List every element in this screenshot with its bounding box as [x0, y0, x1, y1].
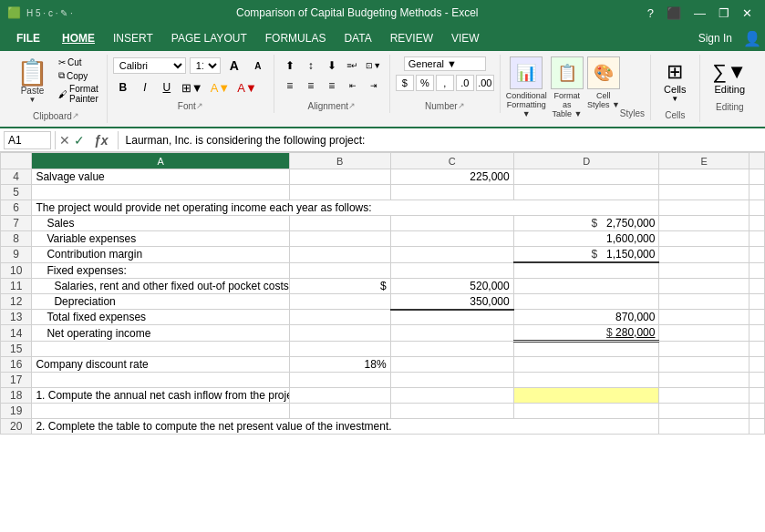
clipboard-expand[interactable]: ↗ [72, 111, 79, 120]
cell-d13[interactable]: 870,000 [513, 310, 659, 325]
menu-data[interactable]: DATA [335, 28, 380, 48]
cell-e11[interactable] [659, 278, 749, 293]
menu-formulas[interactable]: FORMULAS [256, 28, 336, 48]
col-header-b[interactable]: B [290, 153, 391, 169]
number-expand[interactable]: ↗ [458, 101, 465, 110]
cell-d18[interactable] [513, 388, 659, 404]
cell-d8[interactable]: 1,600,000 [513, 231, 659, 247]
cell-c19[interactable] [390, 404, 513, 419]
wrap-text-button[interactable]: ≡↵ [343, 56, 363, 75]
cell-d9[interactable]: $ 1,150,000 [513, 247, 659, 263]
cell-e10[interactable] [659, 262, 749, 278]
cell-b10[interactable] [290, 262, 391, 278]
maximize-icon[interactable]: ❐ [713, 6, 735, 20]
signin[interactable]: Sign In [698, 32, 739, 45]
cell-d17[interactable] [513, 373, 659, 388]
cell-a9[interactable]: Contribution margin [32, 247, 290, 263]
cell-c7[interactable] [390, 216, 513, 231]
cell-a11[interactable]: Salaries, rent and other fixed out-of po… [32, 278, 290, 293]
col-header-a[interactable]: A [32, 153, 290, 169]
number-format-box[interactable]: General ▼ [404, 56, 486, 71]
cell-a13[interactable]: Total fixed expenses [32, 310, 290, 325]
cell-d19[interactable] [513, 404, 659, 419]
decrease-font-button[interactable]: A [248, 56, 268, 75]
cell-b13[interactable] [290, 310, 391, 325]
cell-a7[interactable]: Sales [32, 216, 290, 231]
cell-e12[interactable] [659, 293, 749, 310]
cell-b11[interactable]: $ [290, 278, 391, 293]
menu-page-layout[interactable]: PAGE LAYOUT [162, 28, 256, 48]
cell-a6[interactable]: The project would provide net operating … [32, 200, 659, 216]
cell-d7[interactable]: $ 2,750,000 [513, 216, 659, 231]
cell-d12[interactable] [513, 293, 659, 310]
col-header-e[interactable]: E [659, 153, 749, 169]
cell-a14[interactable]: Net operating income [32, 325, 290, 342]
cell-e19[interactable] [659, 404, 749, 419]
currency-button[interactable]: $ [396, 75, 414, 91]
cell-b8[interactable] [290, 231, 391, 247]
cell-a12[interactable]: Depreciation [32, 293, 290, 310]
align-top-button[interactable]: ⬆ [280, 56, 300, 75]
increase-font-button[interactable]: A [224, 56, 244, 75]
cell-d4[interactable] [513, 169, 659, 185]
cell-b12[interactable] [290, 293, 391, 310]
cell-e9[interactable] [659, 247, 749, 263]
cell-c15[interactable] [390, 342, 513, 357]
format-painter-button[interactable]: 🖌 Format Painter [56, 83, 101, 105]
paste-button[interactable]: 📋 Paste ▼ [11, 56, 54, 107]
cell-b18[interactable] [290, 388, 391, 404]
cell-b19[interactable] [290, 404, 391, 419]
merge-center-button[interactable]: ⊡▼ [364, 56, 384, 75]
cell-e15[interactable] [659, 342, 749, 357]
cell-a8[interactable]: Variable expenses [32, 231, 290, 247]
cell-c10[interactable] [390, 262, 513, 278]
cell-b5[interactable] [290, 185, 391, 200]
cell-b17[interactable] [290, 373, 391, 388]
cell-e4[interactable] [659, 169, 749, 185]
cell-a17[interactable] [32, 373, 290, 388]
question-icon[interactable]: ? [642, 6, 659, 20]
cell-a20[interactable]: 2. Complete the table to compute the net… [32, 419, 659, 435]
cell-c14[interactable] [390, 325, 513, 342]
underline-button[interactable]: U [157, 78, 177, 97]
cell-c11[interactable]: 520,000 [390, 278, 513, 293]
cut-button[interactable]: ✂ Cut [56, 56, 101, 68]
cell-a4[interactable]: Salvage value [32, 169, 290, 185]
cell-b4[interactable] [290, 169, 391, 185]
alignment-expand[interactable]: ↗ [348, 101, 356, 110]
font-size-select[interactable]: 11 [190, 57, 221, 74]
bold-button[interactable]: B [113, 78, 133, 97]
format-table-button[interactable]: 📋 Format asTable ▼ [551, 56, 584, 118]
minimize-icon[interactable]: — [688, 6, 711, 20]
restore-icon[interactable]: ⬛ [661, 6, 687, 20]
cell-e16[interactable] [659, 357, 749, 373]
cell-c17[interactable] [390, 373, 513, 388]
cell-a16[interactable]: Company discount rate [32, 357, 290, 373]
confirm-formula-icon[interactable]: ✓ [74, 133, 85, 148]
menu-home[interactable]: HOME [53, 28, 104, 48]
cell-a19[interactable] [32, 404, 290, 419]
cell-d11[interactable] [513, 278, 659, 293]
cell-c18[interactable] [390, 388, 513, 404]
cell-c12[interactable]: 350,000 [390, 293, 513, 310]
cancel-formula-icon[interactable]: ✕ [59, 133, 70, 148]
percent-button[interactable]: % [416, 75, 434, 91]
cell-d5[interactable] [513, 185, 659, 200]
cell-a18[interactable]: 1. Compute the annual net cash inflow fr… [32, 388, 290, 404]
cell-c16[interactable] [390, 357, 513, 373]
cell-a10[interactable]: Fixed expenses: [32, 262, 290, 278]
conditional-formatting-button[interactable]: 📊 ConditionalFormatting ▼ [506, 56, 547, 118]
menu-insert[interactable]: INSERT [104, 28, 162, 48]
cell-a15[interactable] [32, 342, 290, 357]
cell-d10[interactable] [513, 262, 659, 278]
cell-c8[interactable] [390, 231, 513, 247]
close-icon[interactable]: ✕ [737, 6, 758, 20]
function-icon[interactable]: ƒx [88, 133, 114, 148]
increase-indent-button[interactable]: ⇥ [364, 77, 384, 95]
col-header-c[interactable]: C [390, 153, 513, 169]
cell-d16[interactable] [513, 357, 659, 373]
cell-e20[interactable] [659, 419, 749, 435]
cell-b14[interactable] [290, 325, 391, 342]
decrease-indent-button[interactable]: ⇤ [343, 77, 363, 95]
cell-c9[interactable] [390, 247, 513, 263]
